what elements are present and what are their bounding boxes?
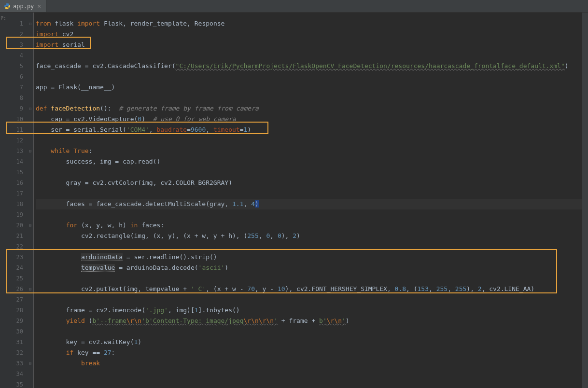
vertical-scrollbar[interactable] bbox=[582, 13, 588, 388]
fold-marker[interactable] bbox=[27, 93, 33, 103]
line-number: 26 bbox=[6, 284, 27, 294]
code-line[interactable]: cv2.putText(img, tempvalue + ' C', (x + … bbox=[36, 284, 588, 294]
code-line[interactable] bbox=[36, 273, 588, 284]
code-line[interactable] bbox=[36, 71, 588, 82]
code-line[interactable] bbox=[36, 241, 588, 252]
line-number: 16 bbox=[6, 178, 27, 188]
fold-marker[interactable] bbox=[27, 305, 33, 316]
fold-marker[interactable] bbox=[27, 294, 33, 305]
code-line[interactable]: success, img = cap.read() bbox=[36, 156, 588, 167]
fold-marker[interactable] bbox=[27, 369, 33, 379]
fold-marker[interactable]: ⊟ bbox=[27, 358, 33, 369]
code-line[interactable] bbox=[36, 326, 588, 337]
code-line[interactable]: cv2.rectangle(img, (x, y), (x + w, y + h… bbox=[36, 231, 588, 241]
code-line[interactable] bbox=[36, 209, 588, 220]
code-line[interactable] bbox=[36, 294, 588, 305]
code-line[interactable]: import cv2 bbox=[36, 29, 588, 40]
fold-marker[interactable] bbox=[27, 347, 33, 358]
fold-marker[interactable] bbox=[27, 114, 33, 125]
code-line[interactable]: face_cascade = cv2.CascadeClassifier("C:… bbox=[36, 61, 588, 71]
line-number: 12 bbox=[6, 135, 27, 146]
code-line[interactable]: gray = cv2.cvtColor(img, cv2.COLOR_BGR2G… bbox=[36, 178, 588, 188]
fold-marker[interactable] bbox=[27, 188, 33, 199]
line-number: 3 bbox=[6, 40, 27, 50]
code-line[interactable]: import serial bbox=[36, 40, 588, 50]
tab-close-icon[interactable]: × bbox=[36, 2, 42, 10]
code-line[interactable]: break bbox=[36, 358, 588, 369]
code-line[interactable]: ser = serial.Serial('COM4', baudrate=960… bbox=[36, 125, 588, 135]
code-line[interactable] bbox=[36, 50, 588, 61]
line-number: 20 bbox=[6, 220, 27, 231]
code-line[interactable]: app = Flask(__name__) bbox=[36, 82, 588, 93]
code-line[interactable]: yield (b'--frame\r\n'b'Content-Type: ima… bbox=[36, 316, 588, 326]
fold-marker[interactable] bbox=[27, 135, 33, 146]
line-number: 34 bbox=[6, 369, 27, 379]
code-line[interactable]: arduinoData = ser.readline().strip() bbox=[36, 252, 588, 263]
code-line[interactable]: from flask import Flask, render_template… bbox=[36, 18, 588, 29]
line-number: 4 bbox=[6, 50, 27, 61]
code-line[interactable]: while True: bbox=[36, 146, 588, 156]
line-number: 2 bbox=[6, 29, 27, 40]
fold-marker[interactable]: ⊟ bbox=[27, 103, 33, 114]
fold-marker[interactable] bbox=[27, 263, 33, 273]
code-line[interactable] bbox=[36, 93, 588, 103]
line-number: 11 bbox=[6, 125, 27, 135]
fold-marker[interactable] bbox=[27, 61, 33, 71]
line-number: 32 bbox=[6, 347, 27, 358]
line-number: 14 bbox=[6, 156, 27, 167]
line-number: 23 bbox=[6, 252, 27, 263]
line-number: 9 bbox=[6, 103, 27, 114]
line-number: 28 bbox=[6, 305, 27, 316]
fold-marker[interactable] bbox=[27, 50, 33, 61]
file-tab[interactable]: app.py × bbox=[0, 0, 46, 12]
line-number: 17 bbox=[6, 188, 27, 199]
left-margin: P: bbox=[0, 13, 6, 388]
code-line[interactable] bbox=[36, 188, 588, 199]
code-line[interactable]: faces = face_cascade.detectMultiScale(gr… bbox=[36, 199, 588, 209]
code-line[interactable] bbox=[36, 369, 588, 379]
fold-marker[interactable] bbox=[27, 178, 33, 188]
line-number: 24 bbox=[6, 263, 27, 273]
fold-marker[interactable] bbox=[27, 71, 33, 82]
line-number: 25 bbox=[6, 273, 27, 284]
code-line[interactable]: frame = cv2.imencode('.jpg', img)[1].tob… bbox=[36, 305, 588, 316]
fold-marker[interactable] bbox=[27, 156, 33, 167]
fold-marker[interactable] bbox=[27, 379, 33, 388]
fold-marker[interactable]: ⊟ bbox=[27, 220, 33, 231]
fold-marker[interactable] bbox=[27, 326, 33, 337]
fold-marker[interactable] bbox=[27, 82, 33, 93]
line-number: 15 bbox=[6, 167, 27, 178]
fold-marker[interactable] bbox=[27, 231, 33, 241]
line-number: 13 bbox=[6, 146, 27, 156]
fold-marker[interactable]: ⊟ bbox=[27, 18, 33, 29]
code-line[interactable] bbox=[36, 167, 588, 178]
fold-marker[interactable] bbox=[27, 273, 33, 284]
code-line[interactable]: key = cv2.waitKey(1) bbox=[36, 337, 588, 347]
fold-marker[interactable]: ⊟ bbox=[27, 284, 33, 294]
fold-marker[interactable]: ⊟ bbox=[27, 146, 33, 156]
gutter: 1234567891011121314151617181920212223242… bbox=[6, 13, 27, 388]
tab-bar: app.py × bbox=[0, 0, 588, 13]
fold-marker[interactable] bbox=[27, 316, 33, 326]
fold-marker[interactable] bbox=[27, 199, 33, 209]
code-line[interactable]: cap = cv2.VideoCapture(0) # use 0 for we… bbox=[36, 114, 588, 125]
fold-marker[interactable] bbox=[27, 241, 33, 252]
fold-marker[interactable] bbox=[27, 252, 33, 263]
fold-marker[interactable] bbox=[27, 125, 33, 135]
code-area[interactable]: from flask import Flask, render_template… bbox=[34, 13, 588, 388]
fold-marker[interactable] bbox=[27, 337, 33, 347]
fold-marker[interactable] bbox=[27, 29, 33, 40]
code-line[interactable] bbox=[36, 135, 588, 146]
fold-marker[interactable] bbox=[27, 167, 33, 178]
code-line[interactable]: for (x, y, w, h) in faces: bbox=[36, 220, 588, 231]
line-number: 7 bbox=[6, 82, 27, 93]
line-number: 5 bbox=[6, 61, 27, 71]
code-line[interactable] bbox=[36, 379, 588, 388]
fold-marker[interactable] bbox=[27, 40, 33, 50]
line-number: 30 bbox=[6, 326, 27, 337]
fold-column: ⊟⊟⊟⊟⊟⊟ bbox=[27, 13, 34, 388]
fold-marker[interactable] bbox=[27, 209, 33, 220]
code-line[interactable]: tempvalue = arduinoData.decode('ascii') bbox=[36, 263, 588, 273]
code-line[interactable]: def faceDetection(): # generate frame by… bbox=[36, 103, 588, 114]
code-line[interactable]: if key == 27: bbox=[36, 347, 588, 358]
